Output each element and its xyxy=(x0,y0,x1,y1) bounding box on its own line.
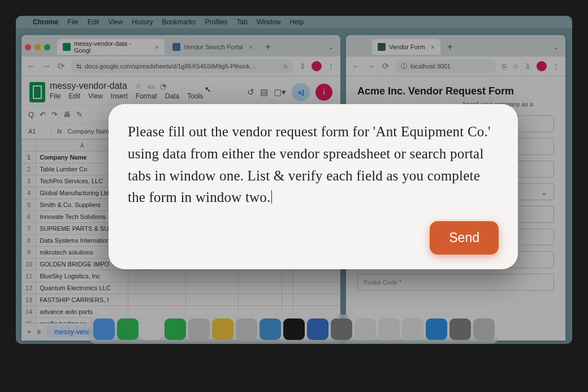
print-icon[interactable]: 🖶 xyxy=(63,110,71,119)
menu-edit[interactable]: Edit xyxy=(88,18,100,26)
minimize-icon[interactable] xyxy=(34,44,41,50)
dock-messages-icon[interactable] xyxy=(117,318,139,340)
maximize-icon[interactable] xyxy=(44,44,50,50)
sheets-menu-format[interactable]: Format xyxy=(136,92,157,100)
site-info-icon[interactable]: ⓘ xyxy=(401,62,407,71)
tab-vendor-form[interactable]: Vendor Form × xyxy=(372,39,440,55)
dock-textedit-icon[interactable] xyxy=(354,318,376,340)
close-tab-icon[interactable]: × xyxy=(249,43,253,51)
dock-numbers-icon[interactable] xyxy=(402,318,423,340)
new-tab-button[interactable]: + xyxy=(261,42,275,52)
name-box[interactable]: A1 xyxy=(28,128,51,135)
sheets-icon xyxy=(63,43,71,51)
table-row[interactable]: 11BlueSky Logistics, Inc xyxy=(22,270,341,282)
back-icon[interactable]: ← xyxy=(352,61,360,71)
new-tab-button[interactable]: + xyxy=(443,42,457,52)
form-field-postal[interactable]: Postal Code * xyxy=(357,274,554,291)
dock-appstore-icon[interactable] xyxy=(426,318,447,340)
menu-window[interactable]: Window xyxy=(257,18,281,26)
dock-vscode-icon[interactable] xyxy=(307,318,328,340)
reload-icon[interactable]: ⟳ xyxy=(58,61,65,71)
dock-launchpad-icon[interactable] xyxy=(188,318,210,340)
undo-icon[interactable]: ↶ xyxy=(40,110,46,119)
tab-label: Vendor Search Portal xyxy=(184,44,243,50)
menu-history[interactable]: History xyxy=(132,18,153,26)
table-row[interactable]: 12Quantum Electronics LLC xyxy=(22,282,341,294)
close-tab-icon[interactable]: × xyxy=(431,43,435,51)
tab-label: Vendor Form xyxy=(389,44,425,50)
sheets-menu-edit[interactable]: Edit xyxy=(68,92,80,100)
macos-menubar: Chrome File Edit View History Bookmarks … xyxy=(16,16,572,28)
sheets-menu-view[interactable]: View xyxy=(88,92,103,100)
menus-icon[interactable]: Q xyxy=(28,110,34,119)
dock-safari-icon[interactable] xyxy=(260,318,281,340)
cloud-icon[interactable]: ◔ xyxy=(160,82,166,91)
menu-tab[interactable]: Tab xyxy=(237,18,248,26)
dock-terminal-icon[interactable] xyxy=(283,318,305,340)
fx-icon: fx xyxy=(57,128,62,135)
profile-avatar[interactable] xyxy=(537,61,547,71)
window-controls[interactable] xyxy=(25,44,50,50)
formula-bar[interactable]: Company Name xyxy=(68,128,113,135)
table-row[interactable]: 13FASTSHIP CARRIERS, I xyxy=(22,294,341,306)
menu-view[interactable]: View xyxy=(108,18,123,26)
form-title: Acme Inc. Vendor Request Form xyxy=(357,85,554,97)
download-icon[interactable]: ⇩ xyxy=(300,62,306,71)
redo-icon[interactable]: ↷ xyxy=(51,110,58,119)
share-button[interactable]: ⩤ xyxy=(292,83,310,101)
user-avatar[interactable]: i xyxy=(315,84,332,101)
profile-avatar[interactable] xyxy=(312,61,322,71)
dock-notes-icon[interactable] xyxy=(212,318,234,340)
meet-icon[interactable]: ▢▾ xyxy=(274,87,286,97)
kebab-icon[interactable]: ⋮ xyxy=(552,62,560,71)
doc-title[interactable]: messy-vendor-data xyxy=(50,81,127,91)
dock-finder-icon[interactable] xyxy=(93,318,115,340)
tabs-menu-icon[interactable]: ⌄ xyxy=(554,44,559,51)
history-icon[interactable]: ↺ xyxy=(247,87,254,97)
prompt-text: Please fill out the vendor request form … xyxy=(128,121,499,209)
sheets-menu-file[interactable]: File xyxy=(50,92,60,100)
address-input[interactable]: ⓘ localhost:3001 xyxy=(395,59,496,73)
forward-icon[interactable]: → xyxy=(367,61,375,71)
text-cursor xyxy=(271,190,272,204)
dock-trash-icon[interactable] xyxy=(473,318,495,340)
address-input[interactable]: ⇆ docs.google.com/spreadsheets/d/1gIIEK5… xyxy=(71,59,294,73)
star-icon[interactable]: ☆ xyxy=(512,62,519,71)
reload-icon[interactable]: ⟳ xyxy=(382,61,390,71)
menubar-app[interactable]: Chrome xyxy=(33,18,58,26)
send-button[interactable]: Send xyxy=(430,221,499,255)
sheets-logo-icon[interactable] xyxy=(29,82,45,102)
dock-facetime-icon[interactable] xyxy=(165,318,186,340)
menu-file[interactable]: File xyxy=(67,18,78,26)
sheets-menu-tools[interactable]: Tools xyxy=(187,92,203,100)
comment-icon[interactable]: ▤ xyxy=(260,87,268,97)
menu-help[interactable]: Help xyxy=(290,18,304,26)
tabstrip: Vendor Form × + ⌄ xyxy=(346,35,565,57)
install-icon[interactable]: ⎘ xyxy=(502,62,507,71)
sheets-menu-insert[interactable]: Insert xyxy=(111,92,128,100)
download-icon[interactable]: ⇩ xyxy=(525,62,531,71)
tab-portal[interactable]: Vendor Search Portal × xyxy=(167,39,258,55)
close-icon[interactable] xyxy=(25,44,31,50)
dock-preview-icon[interactable] xyxy=(331,318,352,340)
close-tab-icon[interactable]: × xyxy=(154,43,159,51)
url-text: docs.google.com/spreadsheets/d/1gIIEK545… xyxy=(85,63,256,70)
back-icon[interactable]: ← xyxy=(27,61,36,71)
tabs-menu-icon[interactable]: ⌄ xyxy=(328,44,334,51)
site-info-icon[interactable]: ⇆ xyxy=(76,63,81,70)
kebab-icon[interactable]: ⋮ xyxy=(327,62,335,71)
dock-reminders-icon[interactable] xyxy=(236,318,257,340)
paint-icon[interactable]: ✎ xyxy=(76,110,83,119)
move-icon[interactable]: ▭ xyxy=(148,82,154,91)
star-icon[interactable]: ☆ xyxy=(283,63,288,70)
dock-settings-icon[interactable] xyxy=(449,318,471,340)
tab-sheets[interactable]: messy-vendor-data - Googl × xyxy=(57,39,165,55)
form-icon xyxy=(378,43,386,51)
menu-profiles[interactable]: Profiles xyxy=(205,18,228,26)
star-icon[interactable]: ☆ xyxy=(135,82,142,91)
forward-icon[interactable]: → xyxy=(42,61,51,71)
dock-chrome-icon[interactable] xyxy=(141,318,162,340)
menu-bookmarks[interactable]: Bookmarks xyxy=(162,18,196,26)
sheets-menu-data[interactable]: Data xyxy=(165,92,179,100)
dock-pages-icon[interactable] xyxy=(378,318,400,340)
